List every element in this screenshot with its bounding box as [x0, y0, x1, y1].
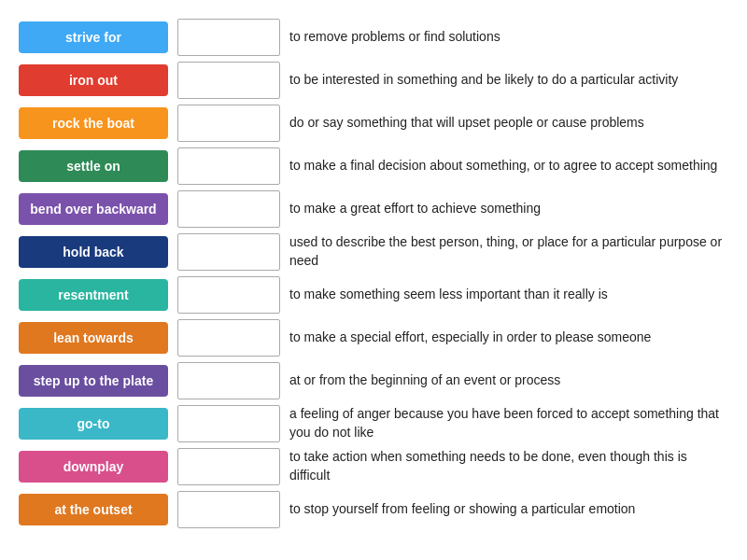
definition-rock-the-boat: do or say something that will upset peop…	[289, 114, 728, 133]
definition-hold-back: used to describe the best person, thing,…	[289, 233, 728, 270]
row-iron-out: iron outto be interested in something an…	[19, 62, 728, 99]
row-at-the-outset: at the outsetto stop yourself from feeli…	[19, 491, 728, 528]
answer-input-downplay[interactable]	[177, 448, 280, 485]
answer-input-iron-out[interactable]	[177, 62, 280, 99]
row-step-up-to-the-plate: step up to the plateat or from the begin…	[19, 362, 728, 399]
row-bend-over-backward: bend over backwardto make a great effort…	[19, 190, 728, 228]
definition-bend-over-backward: to make a great effort to achieve someth…	[289, 200, 728, 218]
row-resentment: resentmentto make something seem less im…	[19, 276, 728, 314]
answer-input-lean-towards[interactable]	[177, 319, 280, 357]
phrase-btn-go-to[interactable]: go-to	[19, 408, 168, 440]
phrase-btn-hold-back[interactable]: hold back	[19, 236, 168, 268]
answer-input-rock-the-boat[interactable]	[177, 105, 280, 142]
phrase-btn-strive-for[interactable]: strive for	[19, 21, 168, 53]
answer-input-go-to[interactable]	[177, 405, 280, 442]
phrase-btn-lean-towards[interactable]: lean towards	[19, 322, 168, 354]
row-go-to: go-toa feeling of anger because you have…	[19, 405, 728, 442]
phrase-btn-step-up-to-the-plate[interactable]: step up to the plate	[19, 365, 168, 397]
phrase-btn-iron-out[interactable]: iron out	[19, 64, 168, 96]
definition-step-up-to-the-plate: at or from the beginning of an event or …	[289, 371, 728, 390]
definition-settle-on: to make a final decision about something…	[289, 157, 728, 175]
phrase-btn-downplay[interactable]: downplay	[19, 451, 168, 483]
phrase-btn-rock-the-boat[interactable]: rock the boat	[19, 107, 168, 139]
answer-input-settle-on[interactable]	[177, 147, 280, 185]
answer-input-bend-over-backward[interactable]	[177, 190, 280, 228]
definition-resentment: to make something seem less important th…	[289, 286, 728, 304]
phrase-btn-bend-over-backward[interactable]: bend over backward	[19, 193, 168, 225]
definition-go-to: a feeling of anger because you have been…	[289, 405, 728, 441]
definition-lean-towards: to make a special effort, especially in …	[289, 329, 728, 347]
phrase-btn-settle-on[interactable]: settle on	[19, 150, 168, 182]
definition-strive-for: to remove problems or find solutions	[289, 28, 728, 47]
phrase-btn-at-the-outset[interactable]: at the outset	[19, 494, 168, 525]
phrase-btn-resentment[interactable]: resentment	[19, 279, 168, 311]
answer-input-hold-back[interactable]	[177, 233, 280, 271]
row-rock-the-boat: rock the boatdo or say something that wi…	[19, 105, 728, 142]
answer-input-strive-for[interactable]	[177, 19, 280, 56]
row-downplay: downplayto take action when something ne…	[19, 448, 728, 485]
row-lean-towards: lean towardsto make a special effort, es…	[19, 319, 728, 357]
answer-input-resentment[interactable]	[177, 276, 280, 314]
definition-downplay: to take action when something needs to b…	[289, 448, 728, 484]
row-strive-for: strive forto remove problems or find sol…	[19, 19, 728, 56]
row-settle-on: settle onto make a final decision about …	[19, 147, 728, 185]
definition-at-the-outset: to stop yourself from feeling or showing…	[289, 500, 728, 519]
row-hold-back: hold backused to describe the best perso…	[19, 233, 728, 271]
definition-iron-out: to be interested in something and be lik…	[289, 71, 728, 90]
answer-input-at-the-outset[interactable]	[177, 491, 280, 528]
answer-input-step-up-to-the-plate[interactable]	[177, 362, 280, 399]
matching-exercise: strive forto remove problems or find sol…	[19, 19, 728, 528]
